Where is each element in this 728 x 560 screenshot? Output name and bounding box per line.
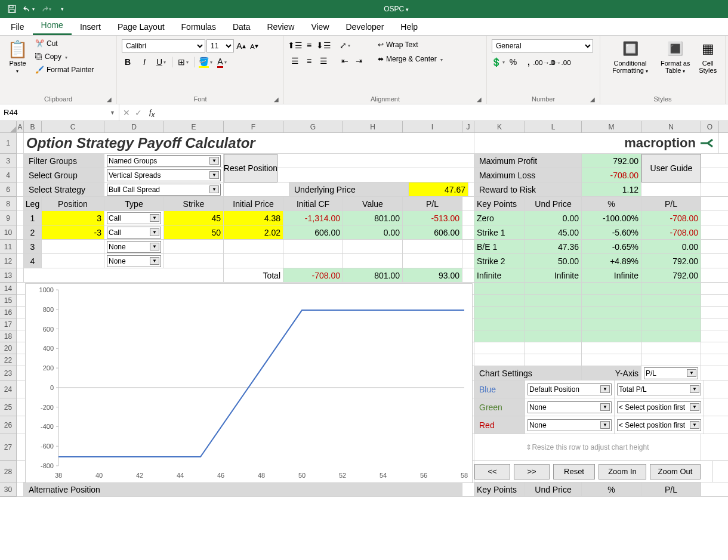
decrease-indent-icon[interactable]: ⇤ (339, 55, 351, 67)
formula-input[interactable] (158, 108, 728, 117)
align-right-icon[interactable]: ☰ (317, 55, 329, 67)
percent-button[interactable]: % (507, 56, 519, 68)
redo-button[interactable]: ▾ (38, 2, 53, 16)
value-col-header: Value (343, 197, 403, 211)
number-dialog-launcher[interactable]: ◢ (590, 96, 595, 103)
select-strategy-select[interactable]: Bull Call Spread (107, 184, 221, 196)
align-bottom-icon[interactable]: ⬇☰ (317, 39, 329, 51)
red-position-select[interactable]: None (528, 419, 612, 431)
bold-button[interactable]: B (122, 56, 134, 68)
leg-type-select[interactable]: None (107, 241, 161, 253)
increase-indent-icon[interactable]: ⇥ (353, 55, 365, 67)
blue-pl-select[interactable]: Total P/L (617, 383, 701, 395)
workbook-title[interactable]: OSPC (384, 5, 409, 13)
tab-help[interactable]: Help (392, 18, 426, 35)
kp-pl: 792.00 (641, 268, 701, 282)
tab-review[interactable]: Review (259, 18, 303, 35)
underline-button[interactable]: U (155, 56, 167, 68)
cell-styles-button[interactable]: ▦Cell Styles (695, 37, 720, 75)
align-center-icon[interactable]: ≡ (303, 55, 315, 67)
decrease-font-icon[interactable]: A▾ (248, 40, 260, 52)
leg-price[interactable] (224, 240, 283, 253)
align-middle-icon[interactable]: ≡ (303, 39, 315, 51)
filter-groups-select[interactable]: Named Groups (107, 155, 221, 167)
leg-type-select[interactable]: None (107, 255, 161, 267)
svg-text:800: 800 (43, 306, 54, 313)
user-guide-button[interactable]: User Guide (641, 154, 701, 182)
alignment-dialog-launcher[interactable]: ◢ (477, 96, 482, 103)
paste-button[interactable]: 📋 Paste▾ (5, 37, 30, 75)
font-size-select[interactable]: 11 (206, 39, 234, 52)
format-as-table-button[interactable]: 🔳Format as Table ▾ (656, 37, 694, 76)
decrease-decimal-button[interactable]: .0→.00 (554, 56, 566, 68)
leg-price[interactable]: 2.02 (224, 225, 283, 239)
align-left-icon[interactable]: ☰ (289, 55, 301, 67)
red-pl-select[interactable]: < Select position first (617, 419, 701, 431)
leg-position[interactable]: 3 (42, 211, 104, 225)
cut-button[interactable]: ✂️Cut (33, 38, 96, 49)
name-box[interactable] (4, 108, 110, 117)
merge-center-button[interactable]: ⬌Merge & Center (375, 54, 445, 64)
leg-position[interactable] (42, 254, 104, 268)
leg-price[interactable] (224, 254, 283, 268)
chart-zoomin-button[interactable]: Zoom In (599, 464, 646, 479)
leg-position[interactable] (42, 240, 104, 253)
chart-reset-button[interactable]: Reset (553, 464, 595, 479)
italic-button[interactable]: I (138, 56, 150, 68)
leg-value: 801.00 (343, 211, 403, 225)
enter-formula-icon[interactable]: ✓ (135, 108, 142, 117)
accounting-format-button[interactable]: 💲 (492, 56, 504, 68)
worksheet-grid[interactable]: A B C D E F G H I J K L M N O 1 3 4 6 8 … (0, 121, 728, 542)
leg-strike[interactable]: 45 (164, 211, 224, 225)
fill-color-button[interactable]: 🪣 (199, 56, 211, 68)
chart-next-button[interactable]: >> (514, 464, 550, 479)
kp-und: 50.00 (525, 254, 582, 268)
chart-zoomout-button[interactable]: Zoom Out (650, 464, 701, 479)
tab-developer[interactable]: Developer (338, 18, 393, 35)
format-painter-button[interactable]: 🖌️Format Painter (33, 64, 96, 75)
chart-prev-button[interactable]: << (474, 464, 510, 479)
tab-insert[interactable]: Insert (72, 18, 109, 35)
cancel-formula-icon[interactable]: ✕ (123, 108, 130, 117)
fx-icon[interactable]: fx (146, 107, 158, 118)
copy-button[interactable]: ⿻Copy (33, 51, 96, 62)
font-color-button[interactable]: A (216, 56, 228, 68)
align-top-icon[interactable]: ⬆☰ (289, 39, 301, 51)
tab-view[interactable]: View (303, 18, 337, 35)
payoff-chart[interactable]: -800-600-400-200020040060080010003840424… (25, 283, 473, 483)
green-pl-select[interactable]: < Select position first (617, 401, 701, 413)
wrap-text-button[interactable]: ↩Wrap Text (375, 39, 445, 50)
leg-type-select[interactable]: Call (107, 227, 161, 239)
tab-data[interactable]: Data (224, 18, 259, 35)
leg-strike[interactable]: 50 (164, 225, 224, 239)
font-name-select[interactable]: Calibri (122, 39, 205, 52)
leg-price[interactable]: 4.38 (224, 211, 283, 225)
green-position-select[interactable]: None (528, 401, 612, 413)
leg-strike[interactable] (164, 240, 224, 253)
qat-customize[interactable]: ▾ (55, 2, 69, 16)
leg-type-select[interactable]: Call (107, 212, 161, 224)
name-box-dropdown[interactable]: ▼ (110, 110, 115, 116)
leg-strike[interactable] (164, 254, 224, 268)
select-group-select[interactable]: Vertical Spreads (107, 169, 221, 181)
increase-font-icon[interactable]: A▴ (235, 40, 247, 52)
leg-position[interactable]: -3 (42, 225, 104, 239)
tab-page-layout[interactable]: Page Layout (109, 18, 173, 35)
orientation-button[interactable]: ⤢ (339, 39, 351, 51)
borders-button[interactable]: ⊞ (177, 56, 189, 68)
tab-formulas[interactable]: Formulas (173, 18, 224, 35)
reset-position-button[interactable]: Reset Position (224, 154, 277, 182)
number-format-select[interactable]: General (492, 39, 593, 52)
yaxis-select[interactable]: P/L (644, 367, 698, 379)
tab-home[interactable]: Home (33, 17, 72, 35)
save-button[interactable] (5, 2, 19, 16)
select-all-corner[interactable] (0, 121, 17, 132)
undo-button[interactable]: ▾ (21, 2, 36, 16)
conditional-formatting-button[interactable]: 🔲Conditional Formatting ▾ (605, 37, 655, 76)
initial-cf-col-header: Initial CF (283, 197, 343, 211)
clipboard-dialog-launcher[interactable]: ◢ (107, 96, 112, 103)
tab-file[interactable]: File (2, 18, 33, 35)
underlying-price-value[interactable]: 47.67 (409, 182, 468, 196)
font-dialog-launcher[interactable]: ◢ (274, 96, 279, 103)
blue-position-select[interactable]: Default Position (528, 383, 612, 395)
